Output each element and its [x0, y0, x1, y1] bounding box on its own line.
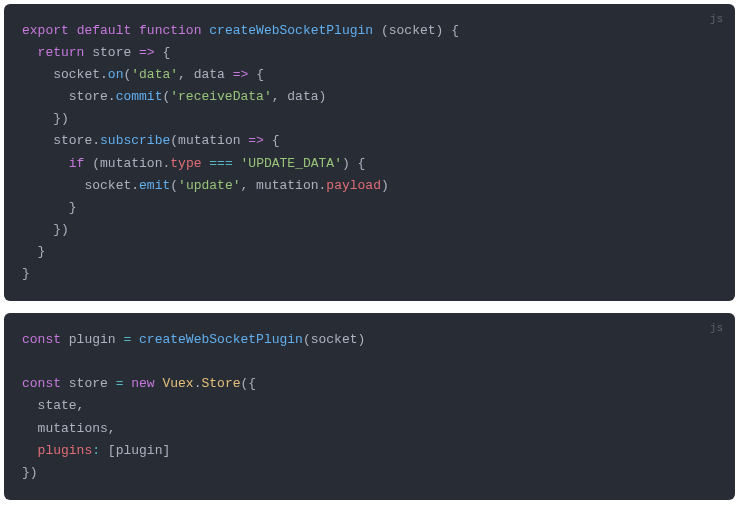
token: store — [92, 45, 131, 60]
token — [100, 443, 108, 458]
token — [186, 67, 194, 82]
token: default — [77, 23, 132, 38]
token — [248, 67, 256, 82]
token — [22, 133, 53, 148]
token: 'UPDATE_DATA' — [241, 156, 342, 171]
language-label: js — [710, 319, 723, 338]
token: type — [170, 156, 201, 171]
token: Store — [202, 376, 241, 391]
token: } — [53, 111, 61, 126]
token — [443, 23, 451, 38]
token: socket — [84, 178, 131, 193]
token: . — [194, 376, 202, 391]
token: on — [108, 67, 124, 82]
token — [225, 67, 233, 82]
token: mutation — [100, 156, 162, 171]
token: { — [162, 45, 170, 60]
token: const — [22, 332, 61, 347]
code-content: const plugin = createWebSocketPlugin(soc… — [22, 329, 717, 484]
token — [22, 111, 53, 126]
token — [350, 156, 358, 171]
token: data — [194, 67, 225, 82]
token: ( — [92, 156, 100, 171]
token — [22, 200, 69, 215]
token: ) — [30, 465, 38, 480]
token: export — [22, 23, 69, 38]
token: { — [451, 23, 459, 38]
token: ( — [303, 332, 311, 347]
token: . — [92, 133, 100, 148]
token: 'receiveData' — [170, 89, 271, 104]
token: commit — [116, 89, 163, 104]
token: } — [22, 465, 30, 480]
token: ( — [381, 23, 389, 38]
token: return — [38, 45, 85, 60]
token: socket — [53, 67, 100, 82]
token — [22, 45, 38, 60]
token: } — [69, 200, 77, 215]
token: , — [108, 421, 116, 436]
token: createWebSocketPlugin — [139, 332, 303, 347]
token: => — [233, 67, 249, 82]
token — [69, 23, 77, 38]
token — [131, 332, 139, 347]
token: mutation — [178, 133, 240, 148]
token: data — [280, 89, 319, 104]
token: , — [178, 67, 186, 82]
token: ( — [170, 178, 178, 193]
language-label: js — [710, 10, 723, 29]
token: Vuex — [162, 376, 193, 391]
token: emit — [139, 178, 170, 193]
token: { — [248, 376, 256, 391]
token — [22, 156, 69, 171]
token: . — [100, 67, 108, 82]
token: ) — [358, 332, 366, 347]
token — [22, 244, 38, 259]
token: subscribe — [100, 133, 170, 148]
token: ] — [162, 443, 170, 458]
token: } — [53, 222, 61, 237]
token — [131, 45, 139, 60]
token: function — [139, 23, 201, 38]
token: [ — [108, 443, 116, 458]
token: ) — [61, 111, 69, 126]
token: , — [272, 89, 280, 104]
token: plugin — [116, 443, 163, 458]
token: => — [139, 45, 155, 60]
token: ) — [319, 89, 327, 104]
token: if — [69, 156, 85, 171]
code-block-1: jsconst plugin = createWebSocketPlugin(s… — [4, 313, 735, 500]
token: ) — [61, 222, 69, 237]
token: store — [53, 133, 92, 148]
token — [22, 89, 69, 104]
code-block-0: jsexport default function createWebSocke… — [4, 4, 735, 301]
token: => — [248, 133, 264, 148]
token: ) — [342, 156, 350, 171]
token: createWebSocketPlugin — [209, 23, 373, 38]
token: store — [61, 376, 116, 391]
token: plugin — [61, 332, 123, 347]
code-content: export default function createWebSocketP… — [22, 20, 717, 285]
token: payload — [326, 178, 381, 193]
token: . — [108, 89, 116, 104]
token — [131, 23, 139, 38]
token: { — [358, 156, 366, 171]
token: new — [131, 376, 154, 391]
token — [373, 23, 381, 38]
token: store — [69, 89, 108, 104]
token: , — [77, 398, 85, 413]
token: const — [22, 376, 61, 391]
token: . — [131, 178, 139, 193]
token: socket — [389, 23, 436, 38]
token: : — [92, 443, 100, 458]
token — [264, 133, 272, 148]
token — [22, 443, 38, 458]
token: === — [209, 156, 232, 171]
token: { — [272, 133, 280, 148]
token — [22, 354, 30, 369]
token: socket — [311, 332, 358, 347]
token: plugins — [38, 443, 93, 458]
token: mutations — [22, 421, 108, 436]
token: 'update' — [178, 178, 240, 193]
token — [233, 156, 241, 171]
